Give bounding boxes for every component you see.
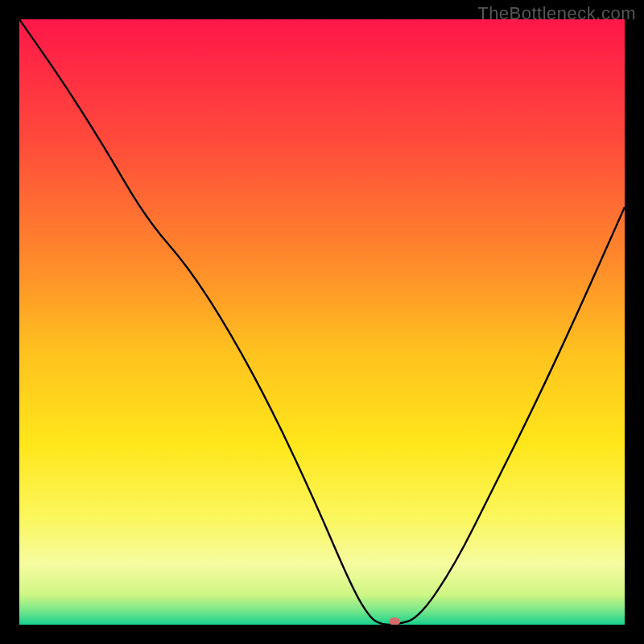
chart-svg <box>19 19 625 625</box>
watermark-text: TheBottleneck.com <box>477 3 636 24</box>
chart-frame: TheBottleneck.com <box>0 0 644 644</box>
plot-area <box>19 19 625 625</box>
gradient-background <box>19 19 625 625</box>
